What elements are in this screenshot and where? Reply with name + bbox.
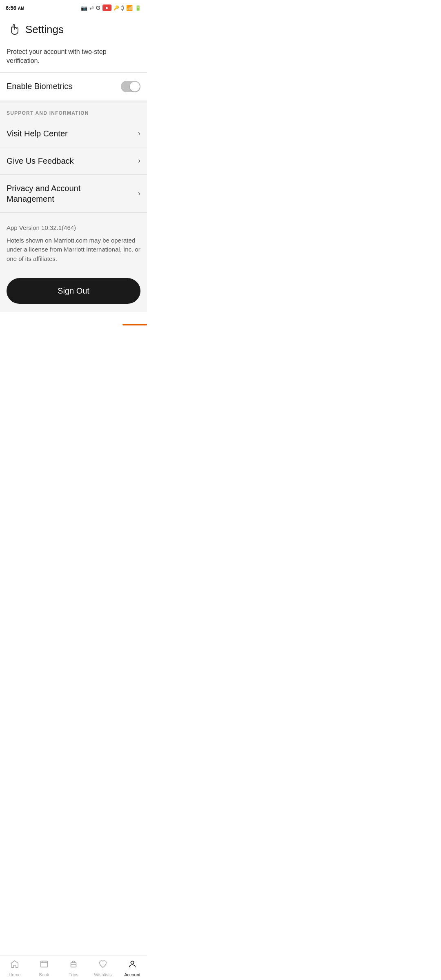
- app-version: App Version 10.32.1(464): [7, 224, 140, 231]
- battery-icon: 🔋: [135, 5, 141, 11]
- google-icon: G: [96, 4, 100, 11]
- camera-icon: 📷: [81, 5, 87, 11]
- page-header: Settings: [0, 15, 147, 43]
- privacy-account-label: Privacy and Account Management: [7, 183, 121, 204]
- signout-section: Sign Out: [0, 272, 147, 312]
- give-feedback-item[interactable]: Give Us Feedback ›: [0, 147, 147, 175]
- orange-accent-bar: [122, 324, 147, 325]
- status-icons: 📷 ⇄ G ▶ 🔑 ₿ 📶 🔋: [81, 4, 141, 11]
- visit-help-center-item[interactable]: Visit Help Center ›: [0, 120, 147, 147]
- vpn-icon: ⇄: [89, 5, 94, 11]
- page-title: Settings: [25, 23, 64, 36]
- status-time: 6:56 AM: [6, 5, 24, 11]
- chevron-icon-2: ›: [138, 156, 140, 165]
- sign-out-button[interactable]: Sign Out: [7, 278, 140, 304]
- verification-section: Protect your account with two-step verif…: [0, 43, 147, 73]
- wifi-icon: 📶: [126, 5, 133, 11]
- chevron-icon-3: ›: [138, 189, 140, 198]
- back-button[interactable]: [7, 21, 23, 38]
- app-disclaimer: Hotels shown on Marriott.com may be oper…: [7, 236, 140, 264]
- verification-text: Protect your account with two-step verif…: [7, 47, 140, 66]
- support-section: SUPPORT AND INFORMATION Visit Help Cente…: [0, 103, 147, 312]
- key-icon: 🔑: [114, 5, 119, 11]
- biometrics-toggle[interactable]: [121, 81, 140, 92]
- chevron-icon: ›: [138, 129, 140, 138]
- section-header: SUPPORT AND INFORMATION: [0, 103, 147, 120]
- toggle-knob: [130, 82, 140, 91]
- app-info-section: App Version 10.32.1(464) Hotels shown on…: [0, 213, 147, 272]
- give-feedback-label: Give Us Feedback: [7, 156, 74, 166]
- visit-help-center-label: Visit Help Center: [7, 128, 68, 139]
- biometrics-section: Enable Biometrics: [0, 73, 147, 103]
- biometrics-label: Enable Biometrics: [7, 82, 72, 91]
- status-bar: 6:56 AM 📷 ⇄ G ▶ 🔑 ₿ 📶 🔋: [0, 0, 147, 15]
- privacy-account-item[interactable]: Privacy and Account Management ›: [0, 175, 147, 213]
- bluetooth-icon: ₿: [121, 5, 124, 11]
- recording-icon: ▶: [102, 4, 111, 11]
